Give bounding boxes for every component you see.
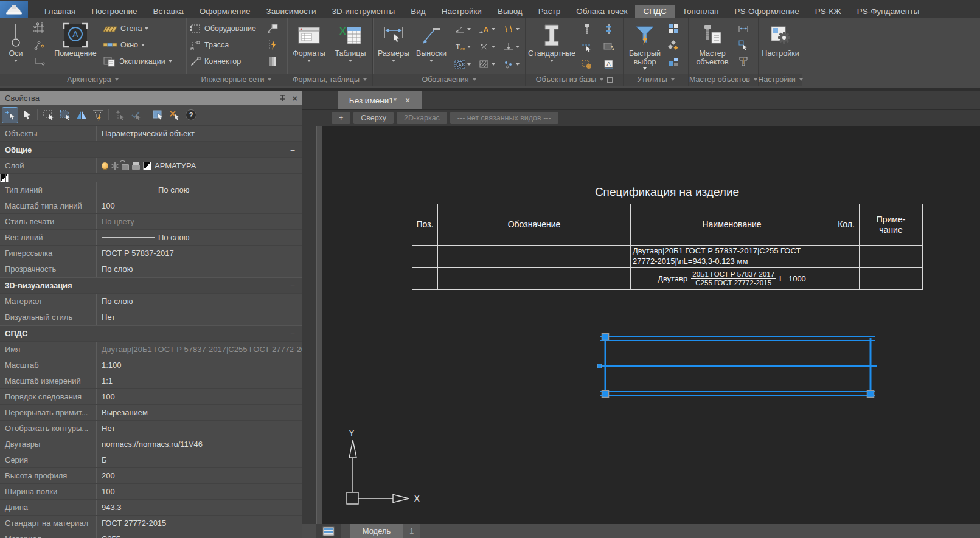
ribbon-group-label-architecture[interactable]: Архитектура <box>0 74 186 86</box>
menu-tab-Построение[interactable]: Построение <box>83 5 145 18</box>
collapse-icon[interactable]: − <box>290 281 295 291</box>
dimensions-button[interactable]: Размеры <box>375 18 412 62</box>
property-value[interactable]: normacs://normacs.ru/11V46 <box>97 436 302 452</box>
property-value[interactable]: 100 <box>97 389 302 404</box>
room-button[interactable]: A Помещение <box>49 18 102 58</box>
node-designation-icon[interactable]: A <box>450 60 474 69</box>
property-value[interactable]: 1:1 <box>97 373 302 388</box>
leaders-button[interactable]: Выноски <box>412 18 450 62</box>
highlight-select-button[interactable] <box>150 108 165 123</box>
menu-tab-Зависимости[interactable]: Зависимости <box>259 5 324 18</box>
selection-filter-button[interactable] <box>90 108 105 123</box>
menu-tab-Растр[interactable]: Растр <box>530 5 569 18</box>
panel-splitter[interactable] <box>316 126 322 524</box>
invert-selection-button[interactable] <box>74 108 89 123</box>
pick-square-icon[interactable] <box>735 37 751 53</box>
blocks-icon[interactable] <box>665 53 681 70</box>
window-button[interactable]: Окно <box>102 37 173 53</box>
property-value[interactable]: ГОСТ 27772-2015 <box>97 516 302 531</box>
property-value[interactable]: 100 <box>97 484 302 499</box>
menu-tab-Вывод[interactable]: Вывод <box>490 5 530 18</box>
print-icon[interactable] <box>132 165 140 170</box>
ribbon-group-label-db-objects[interactable]: Объекты из базы <box>526 74 623 86</box>
menu-tab-Облака точек[interactable]: Облака точек <box>568 5 635 18</box>
menu-tab-Топоплан[interactable]: Топоплан <box>675 5 727 18</box>
unlock-icon[interactable] <box>122 164 129 170</box>
property-value[interactable]: По слою <box>97 261 302 277</box>
lightning-icon[interactable] <box>265 37 280 53</box>
collapse-icon[interactable]: − <box>290 329 295 339</box>
menu-tab-Настройки[interactable]: Настройки <box>434 5 490 18</box>
formats-button[interactable]: Форматы <box>290 18 328 62</box>
menu-tab-Оформление[interactable]: Оформление <box>192 5 259 18</box>
property-value[interactable]: С255 <box>97 531 302 538</box>
horizontal-axis-icon[interactable] <box>32 53 47 70</box>
crossing-select-button[interactable] <box>57 108 72 123</box>
property-value[interactable]: Двутавр|20Б1 ГОСТ Р 57837-2017|С255 ГОСТ… <box>97 342 302 357</box>
cross-marker-icon[interactable] <box>474 42 499 52</box>
property-value[interactable]: 1:100 <box>97 357 302 373</box>
properties-title-bar[interactable]: Свойства × <box>0 91 302 105</box>
standard-parts-button[interactable]: Стандартные <box>527 18 576 62</box>
connector-button[interactable]: Коннектор <box>188 53 263 70</box>
pin-icon[interactable] <box>279 94 286 102</box>
quick-select-button[interactable]: Быстрый выбор <box>625 18 664 70</box>
sheet-tab-1[interactable]: 1 <box>403 524 420 538</box>
move-up-button[interactable] <box>112 108 127 123</box>
property-value[interactable]: По слою <box>6 174 11 182</box>
view-button[interactable]: --- нет связанных видов --- <box>450 112 558 124</box>
property-value[interactable]: 200 <box>97 468 302 483</box>
tables-button[interactable]: X Таблицы <box>331 18 370 62</box>
menu-tab-PS-КЖ[interactable]: PS-КЖ <box>807 5 849 18</box>
ribbon-group-label-annotations[interactable]: Обозначения <box>373 74 525 86</box>
property-value[interactable]: По слою <box>97 294 302 309</box>
squares-icon[interactable] <box>665 21 681 37</box>
property-value[interactable]: 100 <box>97 198 302 213</box>
grid-axes-icon[interactable] <box>32 21 47 37</box>
window-select-button[interactable] <box>41 108 56 123</box>
a-frame-icon[interactable]: A <box>598 59 620 70</box>
copy-properties-icon[interactable] <box>576 59 598 70</box>
dim-select-icon[interactable] <box>576 41 598 52</box>
drawing-canvas[interactable]: Спецификация на изделие Поз. Обозначение… <box>322 126 980 524</box>
explication-button[interactable]: Экспликации <box>102 53 173 70</box>
object-wizard-button[interactable]: Мастер объектов <box>690 18 734 66</box>
menu-tab-PS-Фундаменты[interactable]: PS-Фундаменты <box>849 5 928 18</box>
view-button[interactable]: + <box>332 112 350 124</box>
model-tab[interactable]: Модель <box>350 524 403 538</box>
property-value[interactable]: Нет <box>97 309 302 325</box>
menu-tab-Главная[interactable]: Главная <box>36 5 83 18</box>
ribbon-group-label-formats[interactable]: Форматы, таблицы <box>287 74 372 86</box>
property-value[interactable]: По слою <box>97 230 302 245</box>
select-cursor-button[interactable] <box>19 108 34 123</box>
diamonds-icon[interactable] <box>665 37 681 53</box>
document-tab[interactable]: Без имени1* × <box>338 91 422 109</box>
node-axis-icon[interactable] <box>32 37 47 53</box>
view-button[interactable]: Сверху <box>353 112 394 124</box>
menu-tab-Вид[interactable]: Вид <box>403 5 433 18</box>
text-dimension-icon[interactable]: A <box>474 24 499 34</box>
cylinder-icon[interactable] <box>265 53 280 70</box>
menu-tab-PS-Оформление[interactable]: PS-Оформление <box>726 5 807 18</box>
wavy-line-icon[interactable] <box>499 24 523 34</box>
document-close-icon[interactable]: × <box>405 95 410 105</box>
help-button[interactable]: ? <box>183 108 198 123</box>
apply-selection-button[interactable] <box>128 108 144 123</box>
points-icon[interactable] <box>499 60 523 69</box>
property-value[interactable]: Параметрический объект <box>97 126 302 141</box>
layer-on-icon[interactable] <box>102 162 108 169</box>
ribbon-group-label-settings[interactable]: Настройки <box>759 74 802 86</box>
level-mark-icon[interactable] <box>499 42 523 52</box>
wall-button[interactable]: Стена <box>102 21 173 37</box>
object-panel-icon[interactable] <box>598 41 620 52</box>
angle-dimension-icon[interactable] <box>450 24 474 34</box>
menu-tab-СПДС[interactable]: СПДС <box>635 5 674 18</box>
deselect-button[interactable] <box>167 108 182 123</box>
equipment-monitor-icon[interactable] <box>265 21 280 37</box>
property-value[interactable]: ГОСТ Р 57837-2017 <box>97 246 302 261</box>
freeze-icon[interactable] <box>111 162 119 170</box>
property-value[interactable]: По слою <box>97 182 302 198</box>
close-icon[interactable]: × <box>292 93 297 103</box>
stud-icon[interactable] <box>598 23 620 35</box>
property-value[interactable]: Вырезанием <box>97 405 302 420</box>
